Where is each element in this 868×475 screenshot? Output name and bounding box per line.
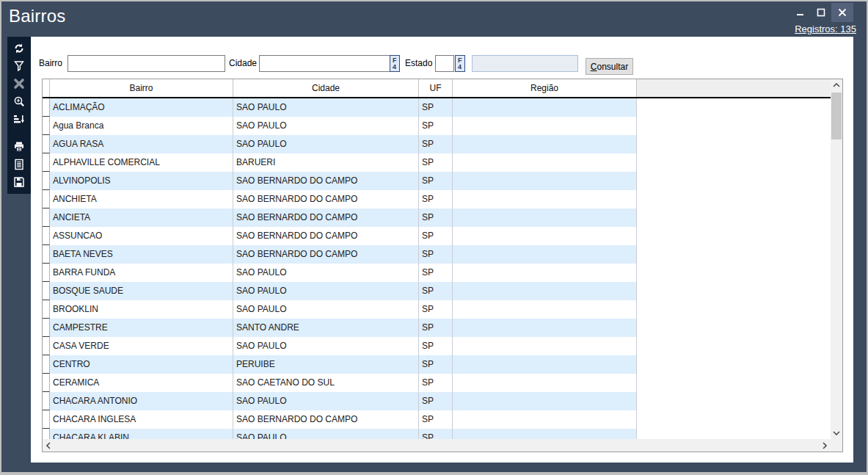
scroll-left-button[interactable]: [43, 439, 54, 452]
row-selector[interactable]: [43, 410, 50, 429]
table-row[interactable]: CHACARA KLABINSAO PAULOSP: [43, 429, 831, 439]
cell-bairro[interactable]: CHACARA INGLESA: [50, 410, 233, 429]
cell-regiao[interactable]: [453, 355, 637, 374]
row-selector[interactable]: [43, 135, 50, 153]
table-row[interactable]: CAMPESTRESANTO ANDRESP: [43, 319, 831, 337]
cell-cidade[interactable]: SANTO ANDRE: [233, 319, 419, 337]
cell-bairro[interactable]: CERAMICA: [50, 374, 233, 392]
cell-uf[interactable]: SP: [419, 153, 453, 172]
cell-regiao[interactable]: [453, 98, 637, 117]
cell-cidade[interactable]: SAO BERNARDO DO CAMPO: [233, 227, 419, 245]
close-button[interactable]: [831, 3, 853, 22]
estado-f4-lookup-button[interactable]: F4: [455, 55, 465, 72]
cell-cidade[interactable]: BARUERI: [233, 153, 419, 172]
cell-uf[interactable]: SP: [419, 190, 453, 209]
cell-bairro[interactable]: BROOKLIN: [50, 300, 233, 319]
row-selector[interactable]: [43, 392, 50, 410]
cell-uf[interactable]: SP: [419, 117, 453, 135]
save-button[interactable]: [7, 173, 31, 191]
row-selector[interactable]: [43, 282, 50, 300]
cell-regiao[interactable]: [453, 282, 637, 300]
cell-uf[interactable]: SP: [419, 355, 453, 374]
cell-bairro[interactable]: AGUA RASA: [50, 135, 233, 153]
row-selector[interactable]: [43, 429, 50, 439]
cell-regiao[interactable]: [453, 190, 637, 209]
cell-bairro[interactable]: BARRA FUNDA: [50, 264, 233, 282]
consultar-button[interactable]: Consultar: [586, 58, 633, 75]
cell-bairro[interactable]: ALVINOPOLIS: [50, 172, 233, 190]
cell-uf[interactable]: SP: [419, 300, 453, 319]
table-row[interactable]: ALPHAVILLE COMERCIALBARUERISP: [43, 153, 831, 172]
cell-uf[interactable]: SP: [419, 319, 453, 337]
estado-input[interactable]: [435, 55, 454, 72]
cell-bairro[interactable]: ANCIETA: [50, 209, 233, 227]
column-header-bairro[interactable]: Bairro: [50, 79, 233, 97]
cell-regiao[interactable]: [453, 319, 637, 337]
cell-uf[interactable]: SP: [419, 337, 453, 355]
cell-cidade[interactable]: SAO PAULO: [233, 98, 419, 117]
cell-uf[interactable]: SP: [419, 227, 453, 245]
cell-bairro[interactable]: ACLIMAÇÃO: [50, 98, 233, 117]
column-header-uf[interactable]: UF: [419, 79, 453, 97]
cell-regiao[interactable]: [453, 135, 637, 153]
refresh-button[interactable]: [7, 40, 31, 57]
cell-regiao[interactable]: [453, 245, 637, 264]
cell-regiao[interactable]: [453, 209, 637, 227]
search-button[interactable]: [7, 93, 31, 110]
cell-cidade[interactable]: SAO PAULO: [233, 392, 419, 410]
cell-uf[interactable]: SP: [419, 245, 453, 264]
row-selector[interactable]: [43, 264, 50, 282]
column-header-cidade[interactable]: Cidade: [233, 79, 419, 97]
cell-regiao[interactable]: [453, 172, 637, 190]
table-row[interactable]: BROOKLINSAO PAULOSP: [43, 300, 831, 319]
records-count-link[interactable]: Registros: 135: [795, 23, 856, 35]
bairro-input[interactable]: [68, 55, 225, 72]
cell-bairro[interactable]: CASA VERDE: [50, 337, 233, 355]
cell-regiao[interactable]: [453, 264, 637, 282]
cell-uf[interactable]: SP: [419, 374, 453, 392]
scroll-up-button[interactable]: [831, 79, 842, 91]
table-row[interactable]: CERAMICASAO CAETANO DO SULSP: [43, 374, 831, 392]
cell-bairro[interactable]: CAMPESTRE: [50, 319, 233, 337]
cell-cidade[interactable]: SAO CAETANO DO SUL: [233, 374, 419, 392]
vertical-scrollbar[interactable]: [831, 79, 842, 439]
table-row[interactable]: Agua BrancaSAO PAULOSP: [43, 117, 831, 135]
cell-uf[interactable]: SP: [419, 429, 453, 439]
scroll-down-button[interactable]: [831, 427, 842, 439]
cell-regiao[interactable]: [453, 153, 637, 172]
table-row[interactable]: ANCHIETASAO BERNARDO DO CAMPOSP: [43, 190, 831, 209]
cidade-f4-lookup-button[interactable]: F4: [390, 55, 400, 72]
minimize-button[interactable]: [790, 3, 811, 22]
cell-bairro[interactable]: ALPHAVILLE COMERCIAL: [50, 153, 233, 172]
row-selector[interactable]: [43, 153, 50, 172]
row-selector[interactable]: [43, 337, 50, 355]
cidade-input[interactable]: [259, 55, 400, 72]
cell-bairro[interactable]: CHACARA KLABIN: [50, 429, 233, 439]
vscrollbar-thumb[interactable]: [831, 93, 842, 139]
table-row[interactable]: BARRA FUNDASAO PAULOSP: [43, 264, 831, 282]
cell-cidade[interactable]: SAO BERNARDO DO CAMPO: [233, 172, 419, 190]
row-selector[interactable]: [43, 227, 50, 245]
cell-regiao[interactable]: [453, 337, 637, 355]
cell-uf[interactable]: SP: [419, 135, 453, 153]
row-selector[interactable]: [43, 319, 50, 337]
row-selector[interactable]: [43, 300, 50, 319]
column-header-regiao[interactable]: Região: [453, 79, 637, 97]
cell-cidade[interactable]: SAO PAULO: [233, 337, 419, 355]
cell-regiao[interactable]: [453, 374, 637, 392]
maximize-button[interactable]: [811, 3, 831, 22]
cell-uf[interactable]: SP: [419, 392, 453, 410]
cell-regiao[interactable]: [453, 227, 637, 245]
sort-button[interactable]: [7, 110, 31, 128]
row-selector[interactable]: [43, 190, 50, 209]
row-selector[interactable]: [43, 209, 50, 227]
cell-uf[interactable]: SP: [419, 98, 453, 117]
cell-cidade[interactable]: SAO BERNARDO DO CAMPO: [233, 410, 419, 429]
cell-cidade[interactable]: SAO BERNARDO DO CAMPO: [233, 209, 419, 227]
table-row[interactable]: CASA VERDESAO PAULOSP: [43, 337, 831, 355]
cell-regiao[interactable]: [453, 117, 637, 135]
cell-bairro[interactable]: Agua Branca: [50, 117, 233, 135]
row-selector[interactable]: [43, 117, 50, 135]
report-button[interactable]: [7, 156, 31, 173]
cell-bairro[interactable]: CHACARA ANTONIO: [50, 392, 233, 410]
